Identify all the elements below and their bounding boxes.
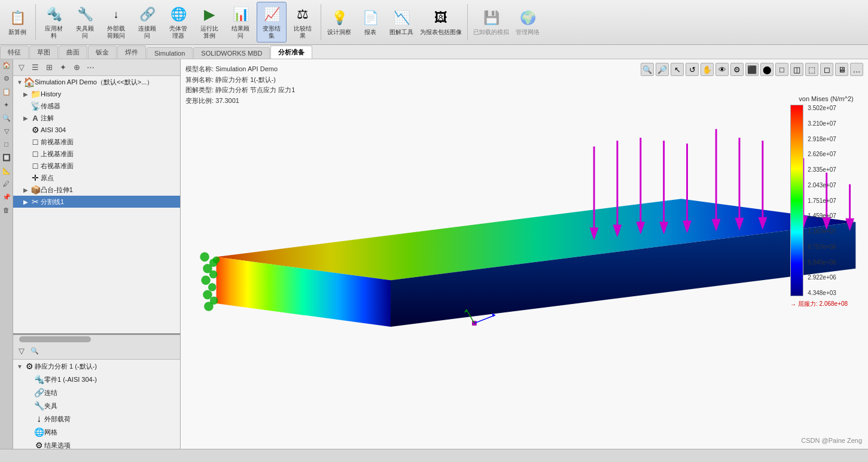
strip-icon-4[interactable]: ✦ [1,101,12,112]
vp-cube-icon[interactable]: ⬛ [745,63,759,76]
include-in-report-button[interactable]: 🖼 为报表包括图像 [418,2,464,42]
results-icon: 📊 [231,5,250,24]
report-button[interactable]: 📄 报表 [355,2,385,42]
vp-search-icon[interactable]: 🔍 [641,63,654,76]
sim-connections[interactable]: 🔗 连结 [13,386,180,399]
sim-toolbar-filter-icon[interactable]: ▽ [16,345,28,357]
tree-material[interactable]: ⚙ AISI 304 [13,124,180,136]
tab-simulation[interactable]: Simulation [147,47,193,59]
tree-root-icon: 🏠 [24,77,35,87]
results-button[interactable]: 📊 结果顾问 [226,2,255,42]
vp-pan-icon[interactable]: ✋ [701,63,714,76]
tab-features[interactable]: 特征 [0,45,29,59]
tree-annotation-label: 注解 [41,114,54,123]
legend-val-10: 5.840e+06 [808,259,836,266]
tab-sheet-metal[interactable]: 钣金 [88,45,117,59]
run-button[interactable]: ▶ 运行比算例 [194,2,224,42]
tree-front-plane[interactable]: □ 前视基准面 [13,136,180,148]
toolbar-dots-icon[interactable]: ⋯ [84,62,96,74]
tree-origin[interactable]: ✛ 原点 [13,172,180,184]
vp-display3-icon[interactable]: ⬚ [805,63,818,76]
strip-icon-9[interactable]: 📐 [1,167,12,178]
loaded-sim-button[interactable]: 💾 已卸载的模拟 [471,2,511,42]
vp-display1-icon[interactable]: □ [775,63,788,76]
external-loads-label: 外部载荷顾问 [107,25,125,39]
legend-val-9: 8.757e+06 [808,244,836,250]
strip-icon-7[interactable]: □ [1,141,12,151]
vp-monitor-icon[interactable]: 🖥 [835,63,848,76]
strip-icon-12[interactable]: 🗑 [1,206,12,217]
tree-annotation[interactable]: ▶ A 注解 [13,112,180,124]
tree-right-plane[interactable]: □ 右视基准面 [13,160,180,172]
material-icon: 🔩 [44,5,63,24]
tree-root-arrow: ▼ [16,79,24,86]
vp-view-icon[interactable]: 👁 [715,63,729,76]
fixtures-button[interactable]: 🔧 夹具顾问 [70,2,100,42]
sim-root[interactable]: ▼ ⚙ 静应力分析 1 (-默认-) [13,360,180,373]
vp-zoom-icon[interactable]: 🔎 [656,63,669,76]
strip-icon-11[interactable]: 📌 [1,193,12,204]
sim-part[interactable]: 🔩 零件1 (-AISI 304-) [13,373,180,386]
toolbar-star-icon[interactable]: ✦ [57,62,69,74]
tab-analysis-prep[interactable]: 分析准备 [270,45,312,59]
tree-root-item[interactable]: ▼ 🏠 Simulation API Demo（默认<<默认>...） [13,76,180,88]
vp-sphere-icon[interactable]: ⬤ [760,63,773,76]
toolbar-filter-icon[interactable]: ▽ [16,62,28,74]
strip-icon-10[interactable]: 🖊 [1,180,12,191]
vp-rotate-icon[interactable]: ↺ [686,63,699,76]
external-loads-button[interactable]: ↓ 外部载荷顾问 [101,2,131,42]
sim-mesh[interactable]: 🌐 网格 [13,425,180,439]
strip-icon-5[interactable]: 🔍 [1,114,12,125]
toolbar-grid-icon[interactable]: ⊞ [43,62,55,74]
mesh-button[interactable]: 🌐 壳体管理器 [163,2,193,42]
h-scroll-thumb[interactable] [19,336,91,342]
tree-top-plane[interactable]: □ 上视基准面 [13,148,180,160]
vp-display2-icon[interactable]: ◫ [790,63,803,76]
sim-root-arrow: ▼ [16,363,24,370]
legend-val-7: 1.459e+07 [808,212,836,219]
tree-history-label: History [41,90,61,98]
new-study-button[interactable]: 📋 新算例 [2,2,32,42]
strip-icon-filter[interactable]: ▽ [1,127,12,138]
vp-display4-icon[interactable]: ◻ [820,63,833,76]
run-icon: ▶ [200,5,219,24]
toolbar-filter2-icon[interactable]: ⊕ [71,62,83,74]
tree-sensor[interactable]: 📡 传感器 [13,100,180,112]
material-button[interactable]: 🔩 应用材料 [39,2,69,42]
tree-history[interactable]: ▶ 📁 History [13,88,180,100]
design-insights-button[interactable]: 💡 设计洞察 [324,2,354,42]
tab-weld[interactable]: 焊件 [117,45,146,59]
chart-tool-button[interactable]: 📉 图解工具 [386,2,416,42]
sim-fix-icon: 🔧 [33,400,44,411]
tree-boss-extrude[interactable]: ▶ 📦 凸台-拉伸1 [13,184,180,196]
sim-ext-loads[interactable]: ↓ 外部载荷 [13,412,180,425]
manage-network-icon: 🌍 [518,8,537,28]
connections-button[interactable]: 🔗 连接顾问 [132,2,162,42]
vp-settings-icon[interactable]: ⚙ [730,63,744,76]
strip-icon-1[interactable]: 🏠 [1,62,12,72]
legend-val-5: 2.043e+07 [808,182,836,189]
legend-val-12: 4.348e+03 [808,290,836,296]
strip-icon-2[interactable]: ⚙ [1,75,12,86]
viewport[interactable]: 模型名称: Simulation API Demo 算例名称: 静应力分析 1(… [181,59,868,449]
tab-surface[interactable]: 曲面 [59,45,87,59]
compare-button[interactable]: ⚖ 比较结果 [288,2,318,42]
toolbar-list-icon[interactable]: ☰ [29,62,41,74]
watermark: CSDN @Paine Zeng [801,437,862,444]
tab-sketch[interactable]: 草图 [29,45,58,59]
vp-extra-icon[interactable]: … [850,63,863,76]
tab-solidworks-mbd[interactable]: SOLIDWORKS MBD [193,47,270,59]
tree-split-line[interactable]: ▶ ✂ 分割线1 [13,196,180,208]
sim-result-options[interactable]: ⚙ 结果选项 [13,439,180,449]
vp-select-icon[interactable]: ↖ [671,63,684,76]
manage-network-button[interactable]: 🌍 管理网络 [513,2,543,42]
tabs-row: 特征 草图 曲面 钣金 焊件 Simulation SOLIDWORKS MBD… [0,45,868,59]
h-scrollbar[interactable] [13,335,180,343]
strip-icon-8[interactable]: 🔲 [1,154,12,165]
sim-ext-label: 外部载荷 [44,415,71,424]
strip-icon-3[interactable]: 📋 [1,88,12,99]
deformation-button[interactable]: 📈 变形结集 [257,2,287,42]
tree-boss-arrow: ▶ [22,187,30,193]
legend-val-11: 2.922e+06 [808,274,836,281]
sim-fixtures[interactable]: 🔧 夹具 [13,399,180,412]
